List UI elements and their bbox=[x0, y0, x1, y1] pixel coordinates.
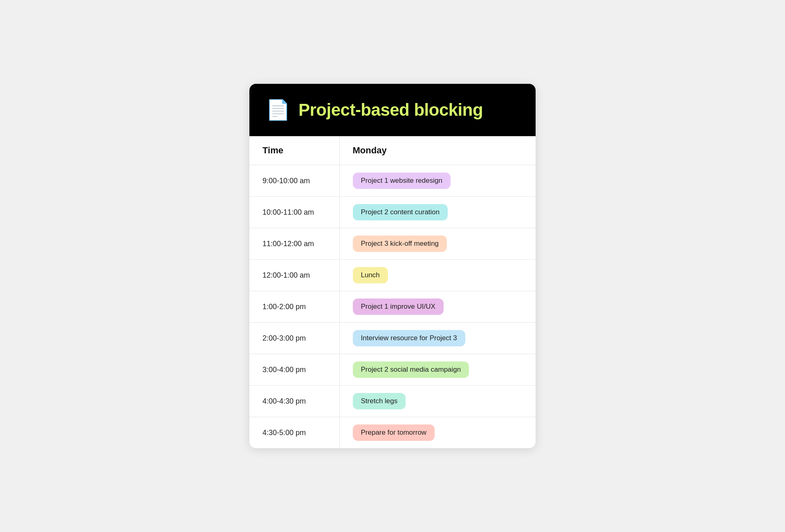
table-row: 9:00-10:00 amProject 1 website redesign bbox=[249, 165, 536, 197]
schedule-table: Time Monday 9:00-10:00 amProject 1 websi… bbox=[249, 136, 536, 448]
document-icon: 📄 bbox=[266, 99, 290, 121]
column-header-day: Monday bbox=[339, 136, 536, 165]
time-cell: 3:00-4:00 pm bbox=[249, 354, 339, 386]
event-cell: Interview resource for Project 3 bbox=[339, 323, 536, 354]
column-header-time: Time bbox=[249, 136, 339, 165]
event-cell: Lunch bbox=[339, 260, 536, 291]
time-cell: 11:00-12:00 am bbox=[249, 228, 339, 260]
table-row: 4:00-4:30 pmStretch legs bbox=[249, 386, 536, 417]
main-card: 📄 Project-based blocking Time Monday 9:0… bbox=[249, 84, 536, 448]
event-pill: Interview resource for Project 3 bbox=[353, 330, 465, 346]
time-cell: 1:00-2:00 pm bbox=[249, 291, 339, 323]
table-row: 1:00-2:00 pmProject 1 improve UI/UX bbox=[249, 291, 536, 323]
event-cell: Stretch legs bbox=[339, 386, 536, 417]
table-row: 11:00-12:00 amProject 3 kick-off meeting bbox=[249, 228, 536, 260]
page-title: Project-based blocking bbox=[298, 100, 483, 120]
event-cell: Project 3 kick-off meeting bbox=[339, 228, 536, 260]
event-cell: Project 1 improve UI/UX bbox=[339, 291, 536, 323]
table-row: 12:00-1:00 amLunch bbox=[249, 260, 536, 291]
time-cell: 9:00-10:00 am bbox=[249, 165, 339, 197]
time-cell: 12:00-1:00 am bbox=[249, 260, 339, 291]
event-pill: Project 2 content curation bbox=[353, 204, 448, 220]
table-row: 4:30-5:00 pmPrepare for tomorrow bbox=[249, 417, 536, 449]
event-cell: Prepare for tomorrow bbox=[339, 417, 536, 449]
time-cell: 4:30-5:00 pm bbox=[249, 417, 339, 449]
event-cell: Project 2 social media campaign bbox=[339, 354, 536, 386]
time-cell: 2:00-3:00 pm bbox=[249, 323, 339, 354]
event-cell: Project 2 content curation bbox=[339, 197, 536, 228]
event-pill: Project 2 social media campaign bbox=[353, 361, 469, 378]
event-pill: Lunch bbox=[353, 267, 388, 283]
table-row: 10:00-11:00 amProject 2 content curation bbox=[249, 197, 536, 228]
event-cell: Project 1 website redesign bbox=[339, 165, 536, 197]
event-pill: Prepare for tomorrow bbox=[353, 424, 435, 441]
event-pill: Project 3 kick-off meeting bbox=[353, 236, 447, 252]
event-pill: Stretch legs bbox=[353, 393, 406, 409]
table-row: 3:00-4:00 pmProject 2 social media campa… bbox=[249, 354, 536, 386]
event-pill: Project 1 website redesign bbox=[353, 173, 451, 189]
table-row: 2:00-3:00 pmInterview resource for Proje… bbox=[249, 323, 536, 354]
card-header: 📄 Project-based blocking bbox=[249, 84, 536, 136]
time-cell: 4:00-4:30 pm bbox=[249, 386, 339, 417]
event-pill: Project 1 improve UI/UX bbox=[353, 299, 444, 315]
time-cell: 10:00-11:00 am bbox=[249, 197, 339, 228]
